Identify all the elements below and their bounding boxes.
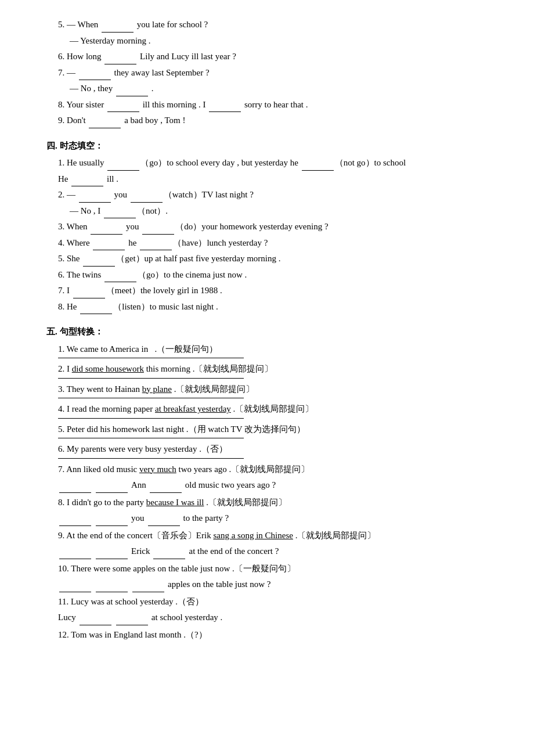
blank-s4-7a: [73, 298, 105, 298]
s5-item-12: 12. Tom was in England last month .（?）: [46, 628, 499, 643]
answer-line-4: [58, 418, 244, 419]
s5-item-5: 5. Peter did his homework last night .（用…: [46, 422, 499, 437]
blank-s4-4a: [93, 250, 125, 250]
s4-item-4: 4. Where he （have）lunch yesterday ?: [46, 236, 499, 251]
underline-2: did some housework: [72, 364, 144, 373]
s4-item-2-ans: — No , I （not）.: [46, 204, 499, 219]
blank-10-a: [59, 592, 91, 592]
blank-s4-8a: [80, 314, 112, 314]
blank-9-1: [89, 128, 121, 128]
text-8-you: you: [131, 511, 145, 526]
s5-item-7-answer: Ann old music two years ago ?: [46, 478, 499, 493]
s5-item-10-answer: apples on the table just now ?: [46, 577, 499, 592]
blank-s4-4b: [140, 250, 172, 250]
blank-s4-3b: [142, 234, 174, 235]
item-5-answer: — Yesterday morning .: [46, 34, 499, 49]
s5-item-8: 8. I didn't go to the party because I wa…: [46, 495, 499, 510]
s4-item-8: 8. He （listen）to music last night .: [46, 300, 499, 315]
underline-7: very much: [139, 465, 176, 474]
section-5-title: 五. 句型转换：: [46, 325, 499, 340]
text-10-end: apples on the table just now ?: [168, 577, 270, 592]
s5-item-6: 6. My parents were very busy yesterday .…: [46, 442, 499, 457]
blank-9-b: [96, 559, 128, 559]
s4-item-7: 7. I （meet）the lovely girl in 1988 .: [46, 283, 499, 298]
item-9: 9. Don't a bad boy , Tom !: [46, 113, 499, 128]
blank-s4-2a: [79, 202, 111, 203]
s5-item-11-answer: Lucy at school yesterday .: [46, 610, 499, 625]
blank-7-2: [116, 96, 148, 96]
section-4-title: 四. 时态填空：: [46, 139, 499, 154]
item-8-text: 8. Your sister ill this morning . I sorr…: [58, 100, 308, 109]
section-4: 四. 时态填空： 1. He usually （go）to school eve…: [46, 139, 499, 315]
s5-item-7: 7. Ann liked old music very much two yea…: [46, 462, 499, 477]
answer-line-2: [58, 378, 244, 379]
blank-7-c: [150, 492, 182, 493]
underline-8: because I was ill: [146, 498, 204, 507]
s5-item-1: 1. We came to America in .（一般疑问句）: [46, 342, 499, 357]
s5-item-8-answer: you to the party ?: [46, 511, 499, 526]
text-9-end: at the end of the concert ?: [189, 544, 279, 559]
blank-s4-2c: [104, 218, 136, 218]
blank-11-a: [80, 625, 111, 625]
item-6-text: 6. How long Lily and Lucy ill last year …: [58, 52, 236, 61]
s5-item-11: 11. Lucy was at school yesterday .（否）: [46, 595, 499, 610]
item-8: 8. Your sister ill this morning . I sorr…: [46, 98, 499, 113]
blank-6-1: [104, 64, 136, 64]
blank-s4-1b: [302, 170, 334, 171]
s4-item-5: 5. She （get）up at half past five yesterd…: [46, 251, 499, 267]
blank-8-2: [209, 111, 241, 112]
blank-s4-1a: [107, 170, 139, 171]
blank-9-c: [153, 559, 185, 559]
s5-item-4: 4. I read the morning paper at breakfast…: [46, 402, 499, 417]
item-7-answer-text: — No , they .: [70, 84, 153, 93]
blank-8-b: [96, 525, 128, 526]
item-7-text: 7. — they away last September ?: [58, 68, 210, 77]
answer-line-1: [58, 358, 244, 358]
answer-line-5: [58, 438, 244, 438]
section-fill-in: 5. — When you late for school ? — Yester…: [46, 17, 499, 128]
s5-item-2: 2. I did some housework this morning .〔就…: [46, 362, 499, 377]
text-8-end: to the party ?: [183, 511, 229, 526]
item-5-answer-text: — Yesterday morning .: [70, 36, 151, 45]
text-7-ann: Ann: [131, 478, 146, 493]
blank-10-c: [132, 592, 164, 592]
blank-7-1: [79, 80, 111, 80]
blank-11-b: [116, 625, 148, 625]
answer-line-6: [58, 458, 244, 459]
blank-8-c: [148, 525, 180, 526]
blank-8-a: [59, 525, 91, 526]
text-7-end: old music two years ago ?: [185, 478, 276, 493]
s5-item-3: 3. They went to Hainan by plane .〔就划线局部提…: [46, 382, 499, 397]
s5-item-9-answer: Erick at the end of the concert ?: [46, 544, 499, 559]
blank-10-b: [96, 592, 128, 592]
item-7-answer: — No , they .: [46, 81, 499, 96]
s5-item-9: 9. At the end of the concert〔音乐会〕Erik sa…: [46, 528, 499, 543]
answer-line-3: [58, 398, 244, 398]
blank-7-b: [96, 492, 128, 493]
blank-s4-3a: [91, 234, 122, 235]
item-9-text: 9. Don't a bad boy , Tom !: [58, 116, 186, 125]
item-5: 5. — When you late for school ?: [46, 17, 499, 33]
blank-s4-6a: [104, 282, 136, 282]
text-9-erick: Erick: [131, 544, 150, 559]
underline-3: by plane: [142, 384, 172, 394]
blank-s4-1c: [71, 186, 103, 186]
section-5: 五. 句型转换： 1. We came to America in .（一般疑问…: [46, 325, 499, 642]
s4-item-1-cont: He ill .: [46, 172, 499, 187]
item-7: 7. — they away last September ?: [46, 66, 499, 81]
text-11-lucy: Lucy: [58, 610, 76, 625]
s5-item-10: 10. There were some apples on the table …: [46, 561, 499, 577]
s4-item-3: 3. When you （do）your homework yesterday …: [46, 219, 499, 235]
blank-5-1: [102, 32, 134, 33]
item-6: 6. How long Lily and Lucy ill last year …: [46, 49, 499, 64]
blank-8-1: [107, 111, 139, 112]
worksheet-content: 5. — When you late for school ? — Yester…: [46, 17, 499, 642]
underline-4: at breakfast yesterday: [155, 404, 231, 413]
s4-item-6: 6. The twins （go）to the cinema just now …: [46, 268, 499, 283]
underline-9: sang a song in Chinese: [213, 531, 293, 540]
blank-7-a: [59, 492, 91, 493]
s4-item-2: 2. — you （watch）TV last night ?: [46, 188, 499, 203]
blank-s4-5a: [83, 266, 115, 267]
blank-s4-2b: [131, 202, 163, 203]
s4-item-1: 1. He usually （go）to school every day , …: [46, 156, 499, 171]
